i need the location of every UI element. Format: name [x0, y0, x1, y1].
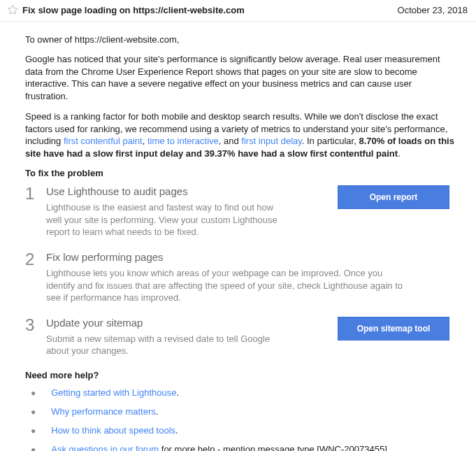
speed-tail: . In particular,: [302, 136, 359, 146]
speed-tools-link[interactable]: How to think about speed tools: [51, 425, 175, 436]
speed-paragraph: Speed is a ranking factor for both mobil…: [25, 110, 456, 159]
help-heading: Need more help?: [25, 370, 456, 380]
step-3: 3 Update your sitemap Submit a new sitem…: [25, 317, 456, 357]
help-2-suffix: .: [156, 406, 159, 417]
step-1-desc: Lighthouse is the easiest and fastest wa…: [46, 201, 284, 238]
bullet-icon: ●: [31, 426, 36, 436]
forum-link[interactable]: Ask questions in our forum: [51, 444, 159, 451]
open-report-button[interactable]: Open report: [338, 185, 449, 209]
intro-paragraph: Google has noticed that your site's perf…: [25, 53, 456, 102]
speed-period: .: [398, 148, 401, 159]
step-2-body: Fix low performing pages Lighthouse lets…: [46, 251, 456, 304]
bullet-icon: ●: [31, 445, 36, 451]
bullet-icon: ●: [31, 407, 36, 417]
step-3-number: 3: [25, 317, 46, 357]
step-2-desc: Lighthouse lets you know which areas of …: [46, 267, 410, 304]
fcp-link[interactable]: first contentful paint: [64, 136, 143, 146]
star-icon[interactable]: [7, 4, 18, 15]
help-item-3: ● How to think about speed tools.: [31, 425, 456, 436]
step-1: 1 Use Lighthouse to audit pages Lighthou…: [25, 185, 456, 238]
step-3-desc: Submit a new sitemap with a revised date…: [46, 333, 284, 357]
help-item-4: ● Ask questions in our forum for more he…: [31, 444, 456, 451]
help-item-1: ● Getting started with Lighthouse.: [31, 387, 456, 398]
help-list: ● Getting started with Lighthouse. ● Why…: [25, 387, 456, 451]
open-sitemap-button[interactable]: Open sitemap tool: [338, 317, 449, 341]
greeting: To owner of https://client-website.com,: [25, 34, 456, 45]
performance-link[interactable]: Why performance matters: [51, 406, 156, 417]
sep2: , and: [219, 136, 242, 146]
message-date: October 23, 2018: [398, 5, 468, 15]
tti-link[interactable]: time to interactive: [147, 136, 219, 146]
fid-link[interactable]: first input delay: [241, 136, 301, 146]
bullet-icon: ●: [31, 388, 36, 398]
page-title: Fix slow page loading on https://client-…: [22, 5, 398, 15]
sep1: ,: [143, 136, 147, 146]
help-1-suffix: .: [176, 387, 179, 398]
lighthouse-guide-link[interactable]: Getting started with Lighthouse: [51, 387, 176, 398]
step-2-number: 2: [25, 251, 46, 304]
step-1-number: 1: [25, 185, 46, 238]
help-4-suffix: for more help - mention message type [WN…: [159, 444, 389, 451]
message-header: Fix slow page loading on https://client-…: [0, 0, 476, 22]
step-2: 2 Fix low performing pages Lighthouse le…: [25, 251, 456, 304]
help-item-2: ● Why performance matters.: [31, 406, 456, 417]
step-2-title: Fix low performing pages: [46, 251, 456, 263]
fix-heading: To fix the problem: [25, 168, 456, 178]
message-content: To owner of https://client-website.com, …: [0, 22, 476, 451]
svg-marker-0: [8, 5, 17, 14]
help-3-suffix: .: [175, 425, 178, 436]
